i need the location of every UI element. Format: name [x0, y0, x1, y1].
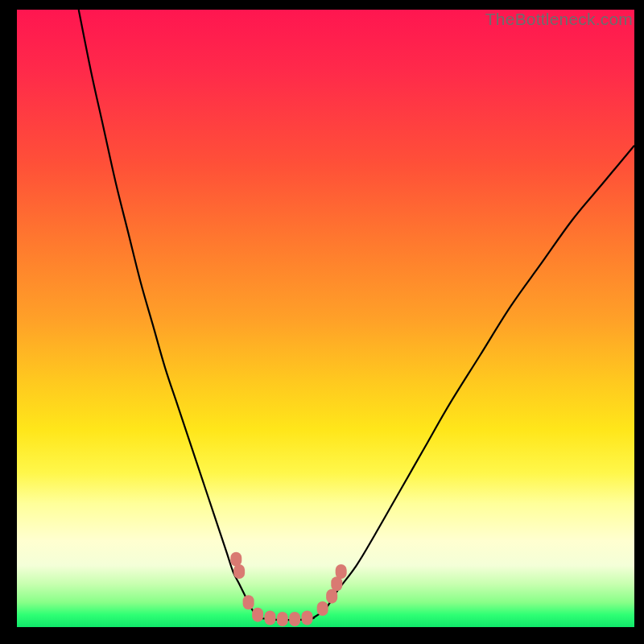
data-marker — [277, 612, 288, 626]
chart-frame: TheBottleneck.com — [0, 0, 644, 644]
marker-layer — [230, 552, 346, 626]
data-marker — [317, 601, 328, 616]
data-marker — [289, 612, 300, 626]
curve-layer — [79, 10, 634, 620]
data-marker — [230, 552, 242, 567]
data-marker — [243, 595, 254, 609]
data-marker — [233, 564, 245, 579]
data-marker — [326, 589, 337, 604]
data-marker — [264, 610, 275, 625]
data-marker — [252, 608, 263, 622]
data-marker — [336, 564, 347, 579]
chart-svg — [17, 10, 634, 627]
bottleneck-curve — [79, 10, 634, 620]
data-marker — [331, 576, 342, 591]
data-marker — [301, 610, 312, 625]
